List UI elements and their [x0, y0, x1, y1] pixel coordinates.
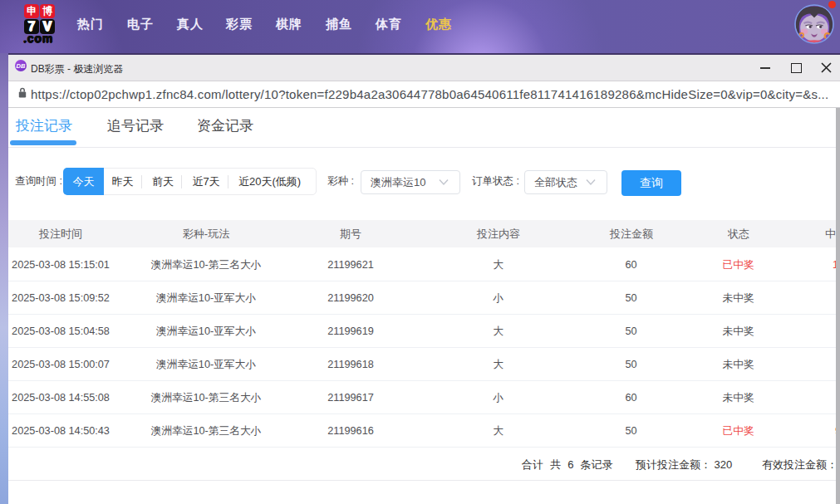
svg-text:DB: DB — [17, 62, 26, 70]
